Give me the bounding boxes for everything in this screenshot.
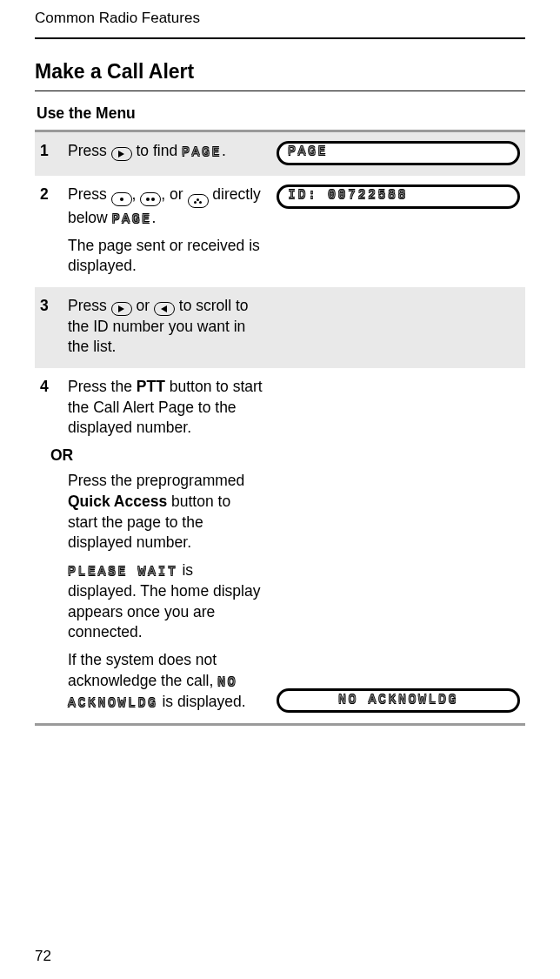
step-text: Press or to scroll to the ID number you … <box>68 296 268 358</box>
step-number: 2 <box>40 184 59 278</box>
lcd-display: NO ACKNOWLDG <box>277 688 520 713</box>
step-text: Press , , or directly below PAGE. The pa… <box>68 184 268 278</box>
head-rule <box>35 37 525 39</box>
step-display: ID: 00722588 <box>277 184 520 278</box>
text: , or <box>161 185 187 203</box>
text: to find <box>132 142 182 159</box>
step-number: 4 <box>40 377 59 713</box>
step-display <box>277 296 520 358</box>
text: Press <box>68 185 111 203</box>
softkey-three-dot-icon <box>188 194 209 208</box>
text: is displayed. <box>158 693 246 710</box>
lcd-word-page: PAGE <box>112 212 152 227</box>
text: Press <box>68 142 111 159</box>
step-text: Press to find PAGE. <box>68 141 268 165</box>
text: or <box>132 297 154 314</box>
step-display: NO ACKNOWLDG <box>277 377 520 713</box>
text: The page sent or received is displayed. <box>68 236 263 277</box>
bold-label-quick-access: Quick Access <box>68 493 167 510</box>
running-head: Common Radio Features <box>35 9 525 29</box>
softkey-two-dot-icon <box>140 192 161 206</box>
nav-right-key-icon <box>111 302 132 316</box>
steps-table: 1 Press to find PAGE. PAGE 2 Press , , o… <box>35 130 525 727</box>
lcd-text: ID: 00722588 <box>288 187 408 205</box>
or-label: OR <box>50 446 263 466</box>
text: Press the <box>68 378 137 395</box>
step-row-1: 1 Press to find PAGE. PAGE <box>35 132 525 176</box>
page-number: 72 <box>35 947 51 967</box>
step-number: 3 <box>40 296 59 358</box>
lcd-display: ID: 00722588 <box>277 184 520 209</box>
title-rule <box>35 91 525 91</box>
bold-label-ptt: PTT <box>137 378 165 395</box>
softkey-one-dot-icon <box>111 192 132 206</box>
lcd-display: PAGE <box>277 141 520 165</box>
text: . <box>222 142 226 159</box>
text: Press <box>68 297 111 314</box>
step-row-4: 4 Press the PTT button to start the Call… <box>35 368 525 723</box>
lcd-word-page: PAGE <box>182 145 222 160</box>
step-text: Press the PTT button to start the Call A… <box>68 377 268 713</box>
text: , <box>132 185 141 203</box>
lcd-text: NO ACKNOWLDG <box>338 692 458 709</box>
step-display: PAGE <box>277 141 520 165</box>
text: If the system does not acknowledge the c… <box>68 651 217 689</box>
nav-right-key-icon <box>111 147 132 161</box>
section-title: Make a Call Alert <box>35 58 525 85</box>
lcd-word-please-wait: PLEASE WAIT <box>68 565 178 580</box>
text: . <box>152 209 157 226</box>
text: Press the preprogrammed <box>68 472 244 489</box>
step-row-3: 3 Press or to scroll to the ID number yo… <box>35 287 525 368</box>
lcd-text: PAGE <box>288 144 328 161</box>
step-number: 1 <box>40 141 59 165</box>
subsection-title: Use the Menu <box>37 104 525 124</box>
step-row-2: 2 Press , , or directly below PAGE. The … <box>35 176 525 288</box>
nav-left-key-icon <box>154 302 175 316</box>
